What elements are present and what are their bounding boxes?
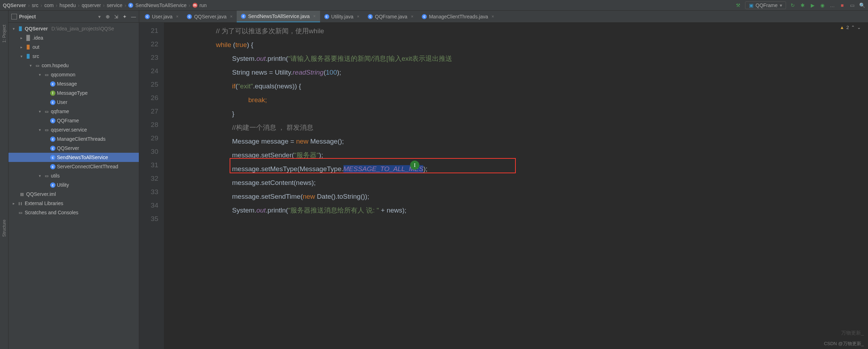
expand-icon[interactable]: ⇲ bbox=[114, 14, 118, 19]
tree-iml[interactable]: ▤QQServer.iml bbox=[8, 190, 139, 199]
coverage-icon[interactable]: ▶ bbox=[809, 2, 816, 8]
run-icon[interactable]: ↻ bbox=[790, 2, 796, 8]
crumb-hspedu[interactable]: hspedu bbox=[60, 2, 76, 8]
run-config-select[interactable]: ▣ QQFrame ▾ bbox=[745, 1, 786, 9]
tab-user[interactable]: cUser.java× bbox=[141, 11, 183, 22]
debug-icon[interactable]: ✱ bbox=[799, 2, 806, 8]
stop-icon[interactable]: ■ bbox=[839, 2, 845, 8]
crumb-service[interactable]: service bbox=[107, 2, 122, 8]
run-config-label: QQFrame bbox=[756, 2, 778, 8]
close-icon[interactable]: × bbox=[176, 14, 178, 19]
tree-qqframe-pkg[interactable]: ▾▭qqframe bbox=[8, 107, 139, 116]
tree-qqframe-cls[interactable]: cQQFrame bbox=[8, 116, 139, 125]
project-panel: Project ▾ ⊕ ⇲ ✦ — ▾▉QQServerD:\idea_java… bbox=[8, 11, 139, 349]
watermark: CSDN @万物更新_ bbox=[824, 341, 864, 347]
tree-com-hspedu[interactable]: ▾▭com.hspedu bbox=[8, 61, 139, 70]
close-icon[interactable]: × bbox=[411, 14, 413, 19]
tree-idea[interactable]: ▸▉.idea bbox=[8, 33, 139, 42]
crumb-qqserverpkg[interactable]: qqserver bbox=[82, 2, 101, 8]
tree-qqserver-pkg[interactable]: ▾▭qqserver.service bbox=[8, 125, 139, 134]
crumb-qqserver[interactable]: QQServer bbox=[3, 2, 26, 8]
breadcrumb: QQServer› src› com› hspedu› qqserver› se… bbox=[3, 2, 735, 8]
profile-icon[interactable]: ◉ bbox=[819, 2, 826, 8]
close-icon[interactable]: × bbox=[357, 14, 359, 19]
locate-icon[interactable]: ⊕ bbox=[106, 14, 110, 19]
build-icon[interactable]: ⚒ bbox=[735, 2, 742, 8]
project-tree[interactable]: ▾▉QQServerD:\idea_java_projects\QQSe ▸▉.… bbox=[8, 23, 139, 349]
top-bar: QQServer› src› com› hspedu› qqserver› se… bbox=[0, 0, 868, 11]
tree-out[interactable]: ▸▉out bbox=[8, 42, 139, 52]
tab-sendnews[interactable]: cSendNewsToAllService.java× bbox=[237, 11, 320, 22]
project-tool-button[interactable]: 1: Project bbox=[2, 25, 7, 43]
text-cursor-indicator: I bbox=[410, 161, 419, 170]
structure-tool-button[interactable]: Structure bbox=[2, 220, 7, 237]
tab-qqserver[interactable]: cQQServer.java× bbox=[183, 11, 237, 22]
tree-utils[interactable]: ▾▭utils bbox=[8, 171, 139, 180]
tree-scratches[interactable]: ▭Scratches and Consoles bbox=[8, 208, 139, 217]
left-tool-stripe: 1: Project Structure bbox=[0, 11, 8, 349]
tree-src[interactable]: ▾▉src bbox=[8, 52, 139, 61]
tree-qqcommon[interactable]: ▾▭qqcommon bbox=[8, 70, 139, 79]
tree-scct[interactable]: cServerConnectClientThread bbox=[8, 162, 139, 171]
project-panel-header: Project ▾ ⊕ ⇲ ✦ — bbox=[8, 11, 139, 23]
tree-root[interactable]: ▾▉QQServerD:\idea_java_projects\QQSe bbox=[8, 24, 139, 33]
gutter: 212223 242526 272829 303132 333435 bbox=[139, 23, 164, 349]
code-editor[interactable]: // 为了可以推送多次新闻，使用while while (true) { Sys… bbox=[164, 23, 868, 219]
inspection-badge[interactable]: ▲2⌃⌄ bbox=[840, 25, 861, 30]
crumb-method[interactable]: mrun bbox=[193, 2, 207, 8]
close-icon[interactable]: × bbox=[313, 14, 316, 19]
tab-qqframe[interactable]: cQQFrame.java× bbox=[364, 11, 418, 22]
tree-mct[interactable]: cManageClientThreads bbox=[8, 134, 139, 144]
project-icon bbox=[11, 14, 17, 19]
panel-title: Project bbox=[19, 14, 98, 19]
settings-icon[interactable]: ✦ bbox=[123, 14, 127, 19]
tree-user[interactable]: cUser bbox=[8, 98, 139, 107]
editor-area: cUser.java× cQQServer.java× cSendNewsToA… bbox=[139, 11, 868, 349]
search-icon[interactable]: 🔍 bbox=[859, 2, 865, 8]
close-icon[interactable]: × bbox=[491, 14, 494, 19]
main-toolbar: ⚒ ▣ QQFrame ▾ ↻ ✱ ▶ ◉ … ■ ▭ 🔍 bbox=[735, 1, 865, 9]
tree-messagetype[interactable]: IMessageType bbox=[8, 88, 139, 98]
tree-ext-libs[interactable]: ▸⫿⫿External Libraries bbox=[8, 199, 139, 208]
hide-panel-icon[interactable]: — bbox=[131, 14, 136, 19]
crumb-class[interactable]: cSendNewsToAllService bbox=[128, 2, 187, 8]
editor-body[interactable]: 212223 242526 272829 303132 333435 ▲2⌃⌄ … bbox=[139, 23, 868, 349]
attach-icon[interactable]: … bbox=[829, 2, 835, 8]
tree-message[interactable]: cMessage bbox=[8, 79, 139, 88]
editor-tabs: cUser.java× cQQServer.java× cSendNewsToA… bbox=[139, 11, 868, 23]
watermark-faint: 万物更新_ bbox=[841, 330, 864, 336]
tree-sendnews[interactable]: cSendNewsToAllService bbox=[8, 153, 139, 162]
crumb-com[interactable]: com bbox=[44, 2, 53, 8]
tree-qqserver-cls[interactable]: cQQServer bbox=[8, 144, 139, 153]
tab-mct[interactable]: cManageClientThreads.java× bbox=[418, 11, 498, 22]
git-icon[interactable]: ▭ bbox=[849, 2, 855, 8]
tree-utility[interactable]: cUtility bbox=[8, 180, 139, 190]
close-icon[interactable]: × bbox=[230, 14, 232, 19]
crumb-src[interactable]: src bbox=[32, 2, 39, 8]
tab-utility[interactable]: cUtility.java× bbox=[320, 11, 364, 22]
